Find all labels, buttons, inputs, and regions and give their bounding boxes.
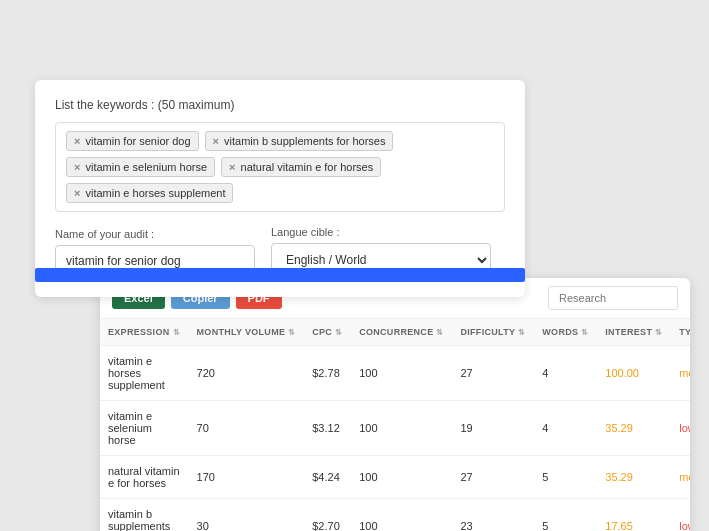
search-input[interactable] bbox=[548, 286, 678, 310]
cell-difficulty: 27 bbox=[452, 346, 534, 401]
cell-words: 4 bbox=[534, 401, 597, 456]
table-row: vitamin e selenium horse70$3.1210019435.… bbox=[100, 401, 690, 456]
cell-monthly_volume: 170 bbox=[189, 456, 305, 499]
col-header-difficulty[interactable]: DIFFICULTY⇅ bbox=[452, 319, 534, 346]
tag: ×natural vitamin e for horses bbox=[221, 157, 381, 177]
cell-interest: 35.29 bbox=[597, 401, 671, 456]
sort-icon: ⇅ bbox=[655, 328, 663, 336]
table-row: vitamin e horses supplement720$2.7810027… bbox=[100, 346, 690, 401]
col-header-type_of_volume[interactable]: TYPE OF VOLUME⇅ bbox=[671, 319, 690, 346]
results-table: EXPRESSION⇅MONTHLY VOLUME⇅CPC⇅CONCURRENC… bbox=[100, 319, 690, 531]
cell-expression: vitamin e horses supplement bbox=[100, 346, 189, 401]
cell-expression: vitamin e selenium horse bbox=[100, 401, 189, 456]
section-label: List the keywords : (50 maximum) bbox=[55, 98, 505, 112]
sort-icon: ⇅ bbox=[581, 328, 589, 336]
close-icon[interactable]: × bbox=[74, 161, 80, 173]
table-row: vitamin b supplements for horses30$2.701… bbox=[100, 499, 690, 532]
cell-type_of_volume: low bbox=[671, 499, 690, 532]
cell-difficulty: 23 bbox=[452, 499, 534, 532]
col-header-words[interactable]: WORDS⇅ bbox=[534, 319, 597, 346]
sort-icon: ⇅ bbox=[518, 328, 526, 336]
table-body: vitamin e horses supplement720$2.7810027… bbox=[100, 346, 690, 532]
sort-icon: ⇅ bbox=[335, 328, 343, 336]
cell-expression: vitamin b supplements for horses bbox=[100, 499, 189, 532]
tag: ×vitamin b supplements for horses bbox=[205, 131, 394, 151]
cell-monthly_volume: 720 bbox=[189, 346, 305, 401]
close-icon[interactable]: × bbox=[229, 161, 235, 173]
cell-expression: natural vitamin e for horses bbox=[100, 456, 189, 499]
keyword-card: List the keywords : (50 maximum) ×vitami… bbox=[35, 80, 525, 297]
cell-monthly_volume: 70 bbox=[189, 401, 305, 456]
close-icon[interactable]: × bbox=[74, 187, 80, 199]
cell-words: 4 bbox=[534, 346, 597, 401]
cell-concurrence: 100 bbox=[351, 499, 452, 532]
audit-label: Name of your audit : bbox=[55, 228, 255, 240]
sort-icon: ⇅ bbox=[436, 328, 444, 336]
col-header-cpc[interactable]: CPC⇅ bbox=[304, 319, 351, 346]
cell-difficulty: 19 bbox=[452, 401, 534, 456]
table-header: EXPRESSION⇅MONTHLY VOLUME⇅CPC⇅CONCURRENC… bbox=[100, 319, 690, 346]
cell-monthly_volume: 30 bbox=[189, 499, 305, 532]
cell-cpc: $2.78 bbox=[304, 346, 351, 401]
col-header-concurrence[interactable]: CONCURRENCE⇅ bbox=[351, 319, 452, 346]
close-icon[interactable]: × bbox=[213, 135, 219, 147]
cell-difficulty: 27 bbox=[452, 456, 534, 499]
blue-bar bbox=[35, 268, 525, 282]
cell-type_of_volume: medium bbox=[671, 456, 690, 499]
cell-interest: 100.00 bbox=[597, 346, 671, 401]
cell-cpc: $2.70 bbox=[304, 499, 351, 532]
table-row: natural vitamin e for horses170$4.241002… bbox=[100, 456, 690, 499]
cell-words: 5 bbox=[534, 499, 597, 532]
col-header-expression[interactable]: EXPRESSION⇅ bbox=[100, 319, 189, 346]
cell-concurrence: 100 bbox=[351, 401, 452, 456]
tags-container: ×vitamin for senior dog×vitamin b supple… bbox=[55, 122, 505, 212]
cell-cpc: $3.12 bbox=[304, 401, 351, 456]
cell-concurrence: 100 bbox=[351, 456, 452, 499]
cell-interest: 17.65 bbox=[597, 499, 671, 532]
col-header-monthly_volume[interactable]: MONTHLY VOLUME⇅ bbox=[189, 319, 305, 346]
cell-concurrence: 100 bbox=[351, 346, 452, 401]
langue-label: Langue cible : bbox=[271, 226, 491, 238]
tag: ×vitamin e horses supplement bbox=[66, 183, 233, 203]
cell-interest: 35.29 bbox=[597, 456, 671, 499]
cell-cpc: $4.24 bbox=[304, 456, 351, 499]
tag: ×vitamin for senior dog bbox=[66, 131, 199, 151]
cell-type_of_volume: medium bbox=[671, 346, 690, 401]
sort-icon: ⇅ bbox=[173, 328, 181, 336]
results-card: Excel Copier PDF EXPRESSION⇅MONTHLY VOLU… bbox=[100, 278, 690, 531]
sort-icon: ⇅ bbox=[288, 328, 296, 336]
close-icon[interactable]: × bbox=[74, 135, 80, 147]
tag: ×vitamin e selenium horse bbox=[66, 157, 215, 177]
col-header-interest[interactable]: INTEREST⇅ bbox=[597, 319, 671, 346]
cell-type_of_volume: low bbox=[671, 401, 690, 456]
cell-words: 5 bbox=[534, 456, 597, 499]
